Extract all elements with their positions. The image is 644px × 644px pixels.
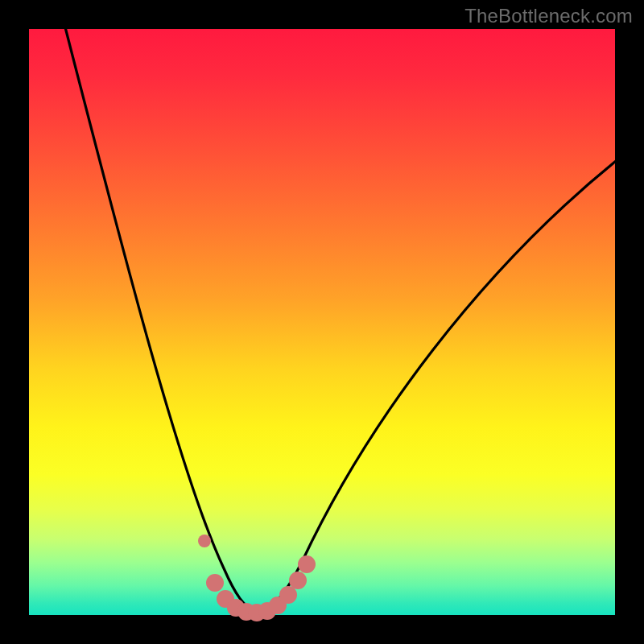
marker-dot <box>206 574 224 592</box>
watermark-text: TheBottleneck.com <box>464 5 633 27</box>
marker-dot <box>198 535 211 547</box>
marker-dot <box>298 555 316 573</box>
bottleneck-curve <box>64 24 620 611</box>
marker-dot <box>279 586 297 604</box>
chart-frame: TheBottleneck.com <box>0 0 644 644</box>
curve-layer <box>29 29 615 615</box>
plot-area <box>29 29 615 615</box>
marker-dot <box>289 572 307 589</box>
